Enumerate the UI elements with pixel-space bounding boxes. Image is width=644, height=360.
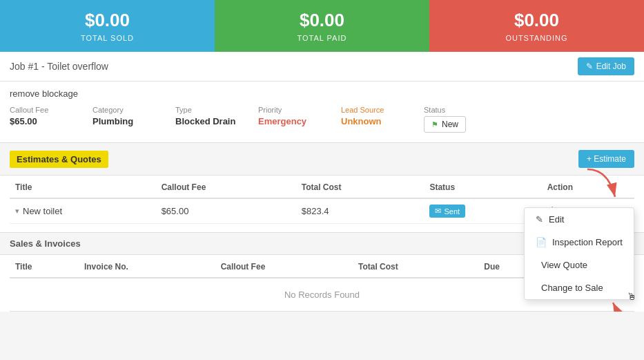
col-total-cost: Total Cost xyxy=(296,176,425,198)
main-content: Job #1 - Toilet overflow Edit Job remove… xyxy=(0,52,644,312)
job-description: remove blockage xyxy=(10,88,634,99)
meta-priority: Priority Emergency xyxy=(258,106,341,126)
edit-job-label: Edit Job xyxy=(596,61,626,71)
total-sold-label: TOTAL SOLD xyxy=(7,34,208,42)
chevron-down-icon: ▾ xyxy=(15,207,19,216)
meta-type-label: Type xyxy=(175,106,244,114)
meta-callout-fee-label: Callout Fee xyxy=(10,106,79,114)
flag-icon: ⚑ xyxy=(431,120,438,129)
meta-category-value: Plumbing xyxy=(92,116,162,126)
edit-icon: ✎ xyxy=(536,214,543,225)
menu-item-inspection[interactable]: 📄 Inspection Report xyxy=(525,231,634,254)
meta-category-label: Category xyxy=(92,106,162,114)
col-action: Action xyxy=(542,176,634,198)
meta-type: Type Blocked Drain xyxy=(175,106,258,126)
col-status: Status xyxy=(424,176,541,198)
document-icon: 📄 xyxy=(536,237,547,247)
estimate-title: New toilet xyxy=(23,206,62,216)
meta-status: Status ⚑ New xyxy=(424,106,507,133)
col-callout-fee: Callout Fee xyxy=(156,176,296,198)
job-name-separator: - xyxy=(41,61,47,72)
sales-col-invoice: Invoice No. xyxy=(79,255,215,278)
meta-category: Category Plumbing xyxy=(92,106,175,126)
menu-item-change-to-sale[interactable]: Change to Sale 🖱 xyxy=(525,276,634,299)
sales-title: Sales & Invoices xyxy=(10,238,81,249)
job-header: Job #1 - Toilet overflow Edit Job xyxy=(0,52,644,82)
col-title: Title xyxy=(10,176,156,198)
job-id: Job #1 xyxy=(10,61,39,72)
sent-badge: Sent xyxy=(429,205,465,218)
estimates-section-header: Estimates & Quotes + Estimate xyxy=(0,143,644,176)
status-badge: ⚑ New xyxy=(424,116,466,133)
job-title: Job #1 - Toilet overflow xyxy=(10,61,108,72)
estimates-title: Estimates & Quotes xyxy=(10,151,108,168)
meta-priority-label: Priority xyxy=(258,106,327,114)
menu-edit-label: Edit xyxy=(549,214,564,225)
row-callout-fee: $65.00 xyxy=(156,198,296,224)
menu-inspection-label: Inspection Report xyxy=(552,237,623,247)
outstanding-block: $0.00 OUTSTANDING xyxy=(429,0,644,52)
total-paid-block: $0.00 TOTAL PAID xyxy=(215,0,429,52)
total-sold-block: $0.00 TOTAL SOLD xyxy=(0,0,215,52)
menu-change-sale-label: Change to Sale xyxy=(541,283,603,293)
edit-job-button[interactable]: Edit Job xyxy=(578,57,634,75)
meta-priority-value: Emergency xyxy=(258,116,327,126)
meta-callout-fee-value: $65.00 xyxy=(10,116,79,126)
row-title: ▾ New toilet xyxy=(10,198,156,224)
menu-item-edit[interactable]: ✎ Edit xyxy=(525,208,634,231)
estimates-table-header: Title Callout Fee Total Cost Status Acti… xyxy=(10,176,634,198)
stats-bar: $0.00 TOTAL SOLD $0.00 TOTAL PAID $0.00 … xyxy=(0,0,644,52)
meta-lead-source-label: Lead Source xyxy=(341,106,410,114)
cursor-icon: 🖱 xyxy=(627,291,636,302)
estimates-table-wrap: Title Callout Fee Total Cost Status Acti… xyxy=(0,176,644,224)
total-sold-amount: $0.00 xyxy=(7,10,208,31)
meta-callout-fee: Callout Fee $65.00 xyxy=(10,106,92,126)
meta-lead-source: Lead Source Unknown xyxy=(341,106,424,126)
sales-col-callout: Callout Fee xyxy=(215,255,353,278)
job-name: Toilet overflow xyxy=(47,61,108,72)
outstanding-amount: $0.00 xyxy=(436,10,637,31)
total-paid-amount: $0.00 xyxy=(222,10,422,31)
job-meta: Callout Fee $65.00 Category Plumbing Typ… xyxy=(10,106,634,133)
add-estimate-button[interactable]: + Estimate xyxy=(578,150,634,168)
meta-status-label: Status xyxy=(424,106,493,114)
total-paid-label: TOTAL PAID xyxy=(222,34,422,42)
row-total-cost: $823.4 xyxy=(296,198,425,224)
sales-col-total: Total Cost xyxy=(353,255,478,278)
status-value: New xyxy=(442,120,458,129)
outstanding-label: OUTSTANDING xyxy=(436,34,637,42)
menu-view-quote-label: View Quote xyxy=(541,260,587,270)
dropdown-menu: ✎ Edit 📄 Inspection Report View Quote Ch… xyxy=(524,207,634,300)
meta-type-value: Blocked Drain xyxy=(175,116,244,126)
meta-lead-source-value: Unknown xyxy=(341,116,410,126)
menu-item-view-quote[interactable]: View Quote xyxy=(525,254,634,276)
sales-col-title: Title xyxy=(10,255,79,278)
job-details: remove blockage Callout Fee $65.00 Categ… xyxy=(0,82,644,143)
